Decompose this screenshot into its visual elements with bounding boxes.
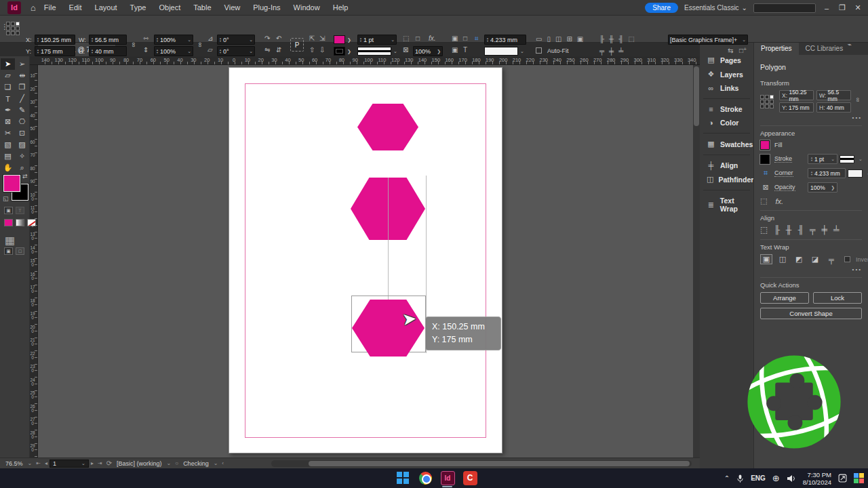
home-icon[interactable]: ⌂: [31, 3, 36, 13]
gradient-feather-tool-icon[interactable]: ▨: [15, 139, 29, 150]
panel-tab-text-wrap[interactable]: ≣ Text Wrap: [700, 194, 753, 216]
menu-help[interactable]: Help: [333, 3, 349, 12]
panel-tab-links[interactable]: ∞ Links: [700, 81, 753, 95]
corner-options-icon[interactable]: □: [416, 35, 420, 42]
constrain-dimensions-icon[interactable]: ∞: [854, 98, 861, 106]
search-input[interactable]: [753, 3, 816, 13]
align-icon[interactable]: ╪: [609, 47, 614, 55]
restore-button[interactable]: ❐: [837, 3, 847, 12]
stroke-weight-field[interactable]: ▲▼1 pt⌄: [357, 35, 397, 45]
quick-apply-icon[interactable]: ⌁: [848, 41, 852, 48]
corner-radius-field[interactable]: ▲▼4.233 mm: [484, 35, 526, 45]
selection-tool-icon[interactable]: ➤: [1, 58, 15, 70]
stroke-style-swatch[interactable]: [840, 155, 854, 163]
tray-expand-icon[interactable]: ⌃: [724, 474, 730, 482]
fit-option-icon[interactable]: ⊞: [566, 35, 572, 43]
notification-center-icon[interactable]: [838, 474, 847, 483]
y-field[interactable]: Y: 175 mm: [779, 102, 814, 113]
preflight-profile[interactable]: [Basic] (working): [117, 460, 162, 467]
chrome-taskbar-icon[interactable]: [417, 470, 433, 486]
direct-selection-tool-icon[interactable]: ➢: [15, 58, 29, 70]
fill-color-swatch[interactable]: [3, 175, 20, 192]
color-theme-tool-icon[interactable]: ✧: [15, 150, 29, 162]
frame-fitting-icon[interactable]: ⬚: [403, 35, 409, 42]
fit-option-icon[interactable]: ▭: [536, 35, 542, 43]
gradient-swatch-tool-icon[interactable]: ▧: [1, 139, 15, 150]
close-button[interactable]: ✕: [853, 3, 863, 12]
stroke-swatch[interactable]: [760, 155, 770, 164]
more-options-icon[interactable]: •••: [760, 115, 862, 121]
panel-tab-align[interactable]: ╪ Align: [700, 159, 753, 172]
align-center-horizontal-icon[interactable]: ╫: [786, 225, 792, 235]
jump-object-icon[interactable]: ◪: [809, 254, 821, 264]
reference-point-grid[interactable]: [760, 95, 776, 108]
wrap-object-shape-icon[interactable]: ◩: [793, 254, 805, 264]
fit-option-icon[interactable]: ◫: [555, 35, 561, 43]
fit-option-icon[interactable]: ▯: [547, 35, 551, 43]
scrollbar-thumb[interactable]: [309, 461, 690, 466]
clock[interactable]: 7:30 PM 8/10/2024: [803, 471, 831, 486]
h-field[interactable]: H: 40 mm: [816, 102, 851, 113]
object-style-select[interactable]: [Basic Graphics Frame]+⌄: [668, 35, 748, 45]
zoom-level[interactable]: 76.5%: [5, 460, 23, 467]
line-tool-icon[interactable]: ╱: [15, 93, 29, 104]
corner-style-menu-icon[interactable]: ⌄: [865, 171, 868, 176]
rotate-cw-icon[interactable]: ↷: [264, 35, 270, 42]
widgets-icon[interactable]: [854, 473, 864, 483]
opacity-field[interactable]: 100%❯: [413, 46, 443, 56]
camtasia-taskbar-icon[interactable]: C: [462, 470, 478, 486]
fill-swatch[interactable]: [334, 35, 345, 44]
free-transform-tool-icon[interactable]: ⊡: [15, 127, 29, 139]
vertical-scrollbar[interactable]: [693, 65, 700, 458]
stroke-weight-field[interactable]: ▲▼1 pt⌄: [808, 154, 837, 164]
corner-style-swatch[interactable]: [848, 169, 863, 178]
menu-object[interactable]: Object: [159, 3, 180, 12]
polygon-tool-icon[interactable]: ⎔: [15, 116, 29, 127]
start-button[interactable]: [395, 470, 411, 486]
screen-mode-normal-icon[interactable]: ▣: [4, 247, 13, 255]
corner-style-swatch[interactable]: [484, 47, 518, 56]
horizontal-scrollbar[interactable]: [271, 460, 692, 467]
page-tool-icon[interactable]: ▱: [1, 70, 15, 81]
preview-mode-icon[interactable]: ▦: [5, 234, 15, 247]
stroke-label[interactable]: Stroke: [774, 155, 792, 163]
corner-style-menu-icon[interactable]: ⌄: [520, 48, 524, 55]
menu-edit[interactable]: Edit: [69, 3, 82, 12]
align-right-icon[interactable]: ╢: [797, 225, 804, 235]
select-content-icon[interactable]: ⇩: [319, 47, 325, 54]
apply-color-icon[interactable]: [4, 219, 13, 226]
previous-page-icon[interactable]: ◂: [45, 460, 47, 466]
stroke-style-menu-icon[interactable]: ⌄: [856, 157, 863, 162]
workspace-switcher[interactable]: Essentials Classic ⌄: [684, 4, 747, 12]
rotate-ccw-icon[interactable]: ↶: [276, 35, 281, 42]
w-field[interactable]: ▲▼56.5 mm: [89, 35, 127, 45]
pen-tool-icon[interactable]: ✒: [1, 104, 15, 116]
next-page-icon[interactable]: ▸: [91, 460, 94, 466]
panel-tab-pages[interactable]: ▤ Pages: [700, 53, 753, 67]
microphone-icon[interactable]: [736, 474, 744, 483]
panel-tab-layers[interactable]: ❖ Layers: [700, 67, 753, 81]
network-icon[interactable]: ⊕: [772, 473, 780, 483]
preflight-icon[interactable]: ⟳: [106, 460, 112, 467]
center-content-icon[interactable]: T: [463, 47, 467, 54]
menu-window[interactable]: Window: [294, 3, 320, 12]
opacity-label[interactable]: Opacity: [774, 184, 795, 191]
effects-icon[interactable]: fx.: [429, 35, 436, 42]
menu-table[interactable]: Table: [193, 3, 211, 12]
panel-tab-color[interactable]: ◑ Color: [700, 116, 753, 129]
flip-horizontal-icon[interactable]: ⇋: [264, 47, 270, 54]
align-top-icon[interactable]: ╤: [810, 225, 816, 235]
tab-properties[interactable]: Properties: [754, 43, 799, 55]
menu-view[interactable]: View: [224, 3, 241, 12]
scissors-tool-icon[interactable]: ✂: [1, 127, 15, 139]
arrange-button[interactable]: Arrange: [760, 292, 809, 304]
fill-frame-proportionally-icon[interactable]: ▣: [452, 35, 458, 42]
align-to-selection-icon[interactable]: ⬚: [760, 225, 768, 235]
stroke-swatch[interactable]: [334, 47, 345, 56]
panel-tab-stroke[interactable]: ≡ Stroke: [700, 102, 753, 116]
x-field[interactable]: X: 150.25 mm: [779, 90, 814, 100]
panel-tab-swatches[interactable]: ▦ Swatches: [700, 137, 753, 151]
document-page[interactable]: [229, 67, 502, 453]
status-menu-icon[interactable]: ⌄: [214, 460, 218, 466]
convert-shape-button[interactable]: Convert Shape: [760, 308, 862, 319]
